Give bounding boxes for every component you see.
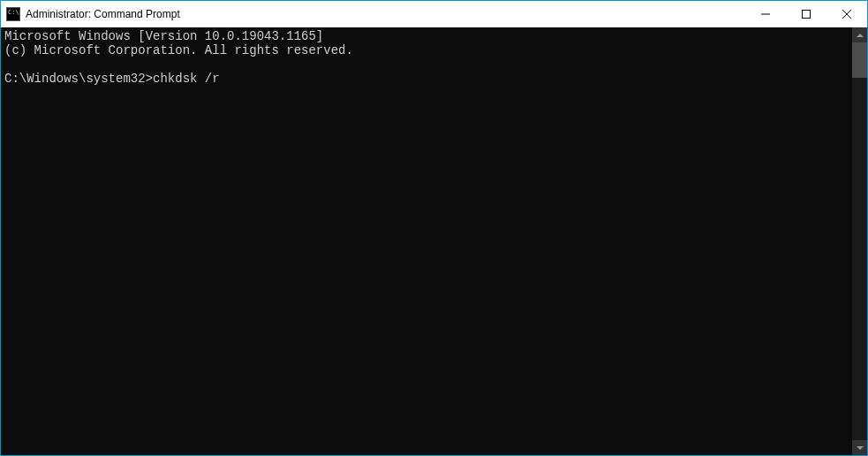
scroll-track[interactable] (852, 42, 867, 440)
window-controls (745, 1, 867, 27)
close-icon (842, 10, 851, 19)
svg-marker-5 (857, 446, 864, 450)
prompt: C:\Windows\system32> (4, 72, 153, 86)
minimize-button[interactable] (745, 1, 786, 27)
chevron-up-icon (857, 34, 864, 37)
svg-rect-1 (803, 11, 811, 19)
output-line: Microsoft Windows [Version 10.0.19043.11… (4, 29, 323, 43)
output-line: (c) Microsoft Corporation. All rights re… (4, 43, 353, 57)
scroll-thumb[interactable] (852, 42, 867, 78)
titlebar[interactable]: Administrator: Command Prompt (1, 1, 867, 27)
scroll-up-arrow[interactable] (852, 27, 867, 42)
svg-marker-4 (857, 34, 864, 37)
cmd-icon (6, 7, 20, 21)
maximize-button[interactable] (786, 1, 826, 27)
scroll-down-arrow[interactable] (852, 440, 867, 455)
terminal-output[interactable]: Microsoft Windows [Version 10.0.19043.11… (1, 27, 852, 455)
command-input[interactable]: chkdsk /r (153, 72, 220, 86)
maximize-icon (802, 10, 811, 19)
window-title: Administrator: Command Prompt (26, 8, 745, 20)
chevron-down-icon (857, 446, 864, 450)
terminal-container: Microsoft Windows [Version 10.0.19043.11… (1, 27, 867, 455)
close-button[interactable] (826, 1, 867, 27)
command-prompt-window: Administrator: Command Prompt Microsoft … (0, 0, 868, 456)
minimize-icon (761, 10, 770, 19)
vertical-scrollbar[interactable] (852, 27, 867, 455)
